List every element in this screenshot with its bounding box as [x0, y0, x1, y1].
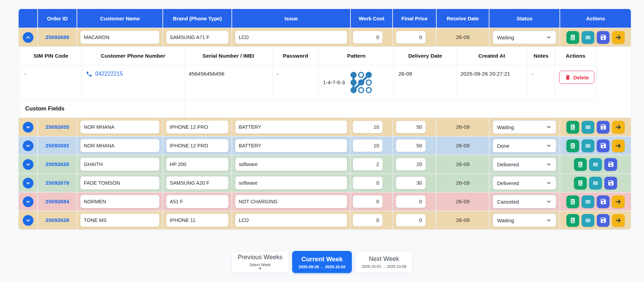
forward-order-button[interactable]	[612, 139, 625, 152]
save-row-button[interactable]	[597, 195, 610, 208]
final-price-input[interactable]: 0	[396, 214, 426, 226]
expand-row-button[interactable]	[23, 178, 33, 188]
customer-name-input[interactable]: NOR MHANA	[80, 139, 159, 152]
current-week-button[interactable]: Current Week 2025-09-26 → 2025-10-02	[292, 251, 352, 273]
issue-input[interactable]: software	[235, 176, 347, 189]
select-chevron-icon	[546, 124, 552, 130]
expand-row-button[interactable]	[23, 140, 33, 151]
receipt-icon	[569, 217, 576, 224]
work-cost-input[interactable]: 10	[353, 139, 383, 152]
save-row-button[interactable]	[597, 121, 610, 134]
issue-input[interactable]: LCD	[235, 214, 347, 227]
print-barcode-button[interactable]	[582, 121, 594, 134]
work-cost-input[interactable]: 0	[353, 214, 383, 226]
issue-input[interactable]: LCD	[235, 31, 347, 44]
work-cost-input[interactable]: 0	[353, 177, 383, 189]
forward-order-button[interactable]	[612, 31, 625, 44]
order-id-link[interactable]: 25092684	[46, 198, 69, 205]
final-price-input[interactable]: 50	[396, 121, 426, 133]
order-id-link[interactable]: 25092689	[46, 34, 69, 40]
customer-name-input[interactable]: NOR MHANA	[80, 120, 159, 134]
brand-input[interactable]: SAMSUNG A20 F	[166, 176, 228, 189]
delete-order-button[interactable]: Delete	[559, 71, 594, 84]
expand-row-button[interactable]	[23, 159, 33, 170]
save-row-button[interactable]	[597, 139, 610, 152]
expand-row-button[interactable]	[23, 215, 33, 226]
pattern-code-text: 1-4-7-5-3	[323, 79, 345, 86]
work-cost-input[interactable]: 10	[353, 121, 383, 133]
collapse-row-button[interactable]	[23, 32, 33, 43]
customer-phone-link[interactable]: 042222215	[95, 71, 123, 77]
status-select[interactable]: Delivered	[493, 157, 556, 171]
details-header-pattern: Pattern	[319, 47, 394, 65]
print-barcode-button[interactable]	[582, 195, 594, 208]
print-receipt-button[interactable]	[566, 139, 579, 152]
print-barcode-button[interactable]	[589, 158, 602, 171]
print-receipt-button[interactable]	[566, 31, 579, 44]
print-barcode-button[interactable]	[582, 31, 594, 44]
print-receipt-button[interactable]	[566, 214, 579, 227]
print-receipt-button[interactable]	[566, 195, 579, 208]
print-receipt-button[interactable]	[566, 121, 579, 134]
brand-input[interactable]: SAMSUNG A71 F	[166, 31, 228, 44]
status-select[interactable]: Waiting	[493, 213, 556, 227]
save-row-button[interactable]	[597, 214, 610, 227]
final-price-input[interactable]: 20	[396, 158, 426, 171]
order-id-link[interactable]: 25092628	[46, 217, 69, 223]
order-id-link[interactable]: 25092682	[46, 143, 69, 149]
issue-input[interactable]: NOT CHARGING	[235, 195, 347, 208]
brand-input[interactable]: IPHONE 12 PRO	[166, 120, 228, 134]
customer-name-input[interactable]: MACARON	[80, 31, 159, 44]
issue-input[interactable]: BATTERY	[235, 120, 347, 134]
final-price-input[interactable]: 30	[396, 177, 426, 189]
save-icon	[600, 142, 607, 149]
customer-name-input[interactable]: GHAITH	[80, 158, 159, 171]
status-select[interactable]: Done	[493, 139, 556, 153]
print-receipt-button[interactable]	[574, 177, 587, 189]
issue-input[interactable]: software	[235, 158, 347, 171]
status-select[interactable]: Delivered	[493, 176, 556, 190]
status-select[interactable]: Waiting	[493, 30, 556, 44]
save-row-button[interactable]	[597, 31, 610, 44]
order-id-link[interactable]: 25092679	[46, 180, 69, 186]
customer-name-input[interactable]: FADE TOMSON	[80, 176, 159, 189]
print-barcode-button[interactable]	[582, 139, 594, 152]
details-header-sim-pin-code: SIM PIN Code	[20, 47, 82, 65]
issue-input[interactable]: BATTERY	[235, 139, 347, 152]
print-receipt-button[interactable]	[574, 158, 587, 171]
brand-input[interactable]: A51 F	[166, 195, 228, 208]
save-row-button[interactable]	[604, 158, 617, 171]
final-price-input[interactable]: 0	[396, 195, 426, 208]
save-row-button[interactable]	[604, 177, 617, 189]
final-price-input[interactable]: 50	[396, 139, 426, 152]
final-price-input[interactable]: 0	[396, 31, 426, 43]
row-actions	[566, 214, 625, 227]
expand-row-button[interactable]	[23, 196, 33, 207]
row-actions	[566, 31, 625, 44]
work-cost-input[interactable]: 0	[353, 195, 383, 208]
table-row	[19, 118, 37, 136]
delete-button-label: Delete	[573, 75, 589, 80]
order-id-link[interactable]: 25092626	[46, 161, 69, 167]
expand-row-button[interactable]	[23, 122, 33, 133]
brand-input[interactable]: IPHONE 11	[166, 214, 228, 227]
brand-input[interactable]: HP 200	[166, 158, 228, 171]
status-select[interactable]: Canceled	[493, 195, 556, 208]
next-week-button[interactable]: Next Week 2025-10-03 → 2025-10-09	[355, 251, 413, 273]
print-barcode-button[interactable]	[589, 177, 602, 189]
previous-weeks-button[interactable]: Previous Weeks Select Week ▼	[231, 251, 289, 273]
forward-order-button[interactable]	[612, 214, 625, 227]
forward-order-button[interactable]	[612, 195, 625, 208]
row-actions	[566, 121, 625, 134]
brand-input[interactable]: IPHONE 12 PRO	[166, 139, 228, 152]
forward-order-button[interactable]	[612, 121, 625, 134]
order-id-link[interactable]: 25092655	[46, 124, 69, 130]
receive-date-text: 26-09	[456, 217, 470, 223]
customer-name-input[interactable]: TONE MS	[80, 214, 159, 227]
customer-name-input[interactable]: NORMEN	[80, 195, 159, 208]
status-select[interactable]: Waiting	[493, 120, 556, 134]
work-cost-input[interactable]: 2	[353, 158, 383, 171]
work-cost-input[interactable]: 0	[353, 31, 383, 43]
print-barcode-button[interactable]	[582, 214, 594, 227]
column-header-expand	[19, 9, 37, 28]
